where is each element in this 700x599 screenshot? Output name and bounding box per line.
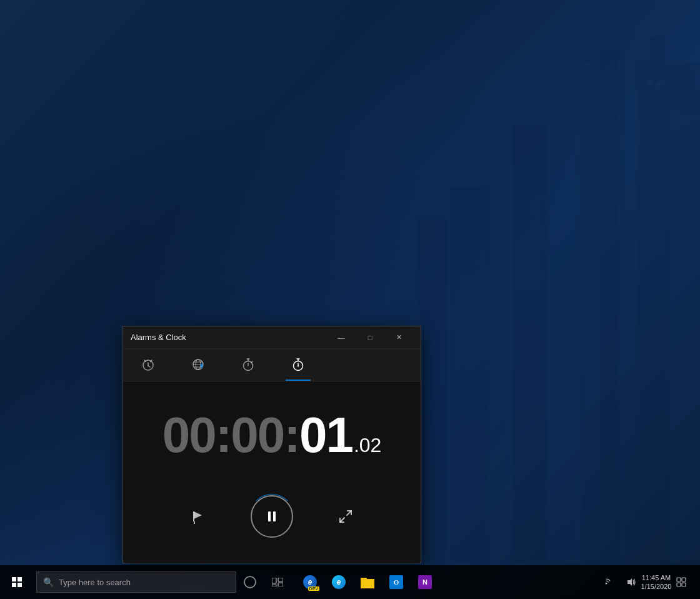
svg-text:✓: ✓ [201, 364, 203, 368]
cortana-button[interactable] [236, 565, 264, 599]
search-icon: 🔍 [43, 577, 54, 587]
file-explorer-app[interactable] [354, 565, 381, 599]
navigation-tabs: ✓ [123, 349, 421, 381]
svg-rect-4 [550, 75, 559, 106]
tab-timer[interactable] [223, 348, 273, 381]
taskbar: 🔍 Type here to search e DEV e [0, 565, 700, 599]
flag-button[interactable] [183, 501, 213, 531]
worldclock-icon: ✓ [191, 358, 205, 371]
svg-rect-14 [578, 75, 582, 79]
clock-text: 11:45 AM 1/15/2020 [641, 573, 672, 591]
onenote-icon: N [418, 575, 432, 589]
svg-rect-11 [419, 219, 447, 563]
expand-button[interactable] [331, 501, 361, 531]
svg-rect-12 [578, 63, 582, 66]
minutes-display: 00 [231, 406, 284, 464]
svg-rect-55 [682, 578, 686, 581]
svg-marker-53 [628, 578, 632, 586]
svg-rect-15 [647, 81, 652, 86]
time-display: 00 : 00 : 01 .02 [162, 406, 382, 464]
svg-rect-47 [278, 583, 283, 586]
svg-rect-46 [278, 578, 283, 581]
svg-rect-54 [677, 578, 681, 581]
file-explorer-icon [361, 576, 374, 588]
svg-rect-42 [273, 511, 276, 521]
separator2: : [284, 406, 299, 464]
pause-button[interactable] [251, 495, 293, 538]
svg-rect-9 [450, 188, 488, 563]
svg-rect-13 [584, 63, 588, 66]
cortana-icon [244, 576, 256, 588]
svg-line-19 [148, 366, 150, 367]
seconds-display: 01 [299, 406, 352, 464]
hours-display: 00 [162, 406, 216, 464]
svg-line-32 [251, 361, 252, 363]
timer-icon [241, 358, 255, 371]
flag-icon [191, 509, 206, 524]
edge-icon: e [332, 575, 346, 589]
svg-rect-10 [669, 113, 700, 563]
svg-rect-6 [650, 38, 666, 72]
edge-dev-icon: e DEV [303, 575, 317, 589]
window-title: Alarms & Clock [131, 333, 327, 342]
tab-worldclock[interactable]: ✓ [173, 348, 223, 381]
fraction-display: .02 [354, 434, 381, 457]
svg-rect-41 [268, 511, 271, 521]
search-placeholder-text: Type here to search [59, 578, 131, 587]
start-icon [12, 577, 22, 587]
svg-marker-39 [194, 511, 202, 519]
maximize-button[interactable]: □ [356, 326, 384, 349]
network-icon[interactable] [595, 565, 618, 599]
taskview-icon [272, 578, 283, 586]
svg-line-43 [347, 511, 351, 515]
window-controls: — □ ✕ [327, 326, 413, 349]
svg-rect-56 [677, 583, 681, 586]
svg-point-52 [606, 583, 608, 585]
svg-rect-45 [272, 578, 276, 583]
svg-rect-7 [512, 125, 547, 563]
edge-app[interactable]: e [325, 565, 352, 599]
stopwatch-content: 00 : 00 : 01 .02 [123, 381, 421, 563]
svg-point-35 [298, 365, 299, 366]
start-button[interactable] [0, 565, 34, 599]
alarm-icon [141, 358, 155, 371]
svg-rect-57 [682, 583, 686, 586]
taskview-button[interactable] [264, 565, 291, 599]
outlook-icon: O [389, 575, 403, 589]
outlook-app[interactable]: O [382, 565, 410, 599]
svg-rect-16 [656, 81, 661, 86]
onenote-app[interactable]: N [411, 565, 439, 599]
tab-alarm[interactable] [123, 348, 173, 381]
volume-svg-icon [626, 577, 636, 587]
network-svg-icon [601, 577, 611, 587]
svg-rect-48 [272, 585, 276, 586]
volume-icon[interactable] [620, 565, 642, 599]
edge-dev-app[interactable]: e DEV [296, 565, 324, 599]
stopwatch-controls [183, 495, 361, 538]
separator1: : [216, 406, 231, 464]
pause-icon [265, 510, 279, 523]
svg-rect-3 [544, 94, 581, 563]
minimize-button[interactable]: — [327, 326, 356, 349]
search-bar[interactable]: 🔍 Type here to search [36, 571, 236, 593]
tab-stopwatch[interactable] [273, 348, 323, 381]
action-center-icon[interactable] [670, 565, 692, 599]
alarms-clock-window: Alarms & Clock — □ ✕ [122, 326, 421, 563]
system-tray: 11:45 AM 1/15/2020 [595, 565, 700, 599]
clock-display[interactable]: 11:45 AM 1/15/2020 [645, 565, 668, 599]
svg-rect-2 [600, 50, 619, 563]
title-bar: Alarms & Clock — □ ✕ [123, 326, 421, 349]
expand-icon [338, 509, 353, 524]
close-button[interactable]: ✕ [384, 326, 413, 349]
svg-rect-38 [194, 521, 195, 524]
action-center-svg-icon [676, 577, 686, 587]
stopwatch-icon [291, 358, 305, 371]
taskbar-apps: e DEV e O N [296, 565, 439, 599]
svg-line-44 [340, 518, 344, 522]
svg-rect-1 [588, 19, 600, 50]
